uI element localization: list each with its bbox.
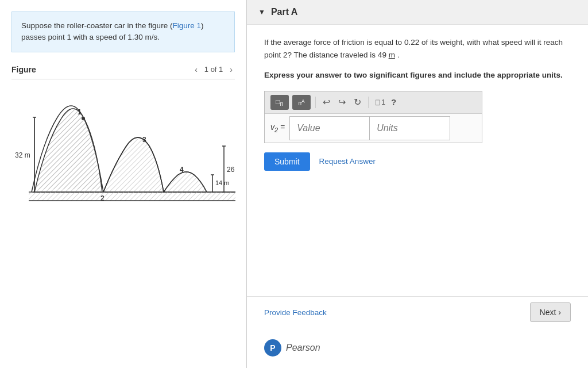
part-content: If the average force of friction is equa… <box>247 25 588 194</box>
keyboard-button[interactable]: ⎕ 1 <box>373 97 388 108</box>
pearson-logo-letter: P <box>270 343 275 352</box>
pearson-text: Pearson <box>286 343 320 353</box>
figure-next-button[interactable]: › <box>227 64 235 75</box>
provide-feedback-link[interactable]: Provide Feedback <box>264 308 327 317</box>
undo-icon: ↩ <box>323 97 330 108</box>
right-panel: ▼ Part A If the average force of frictio… <box>247 0 588 368</box>
toolbar-divider-1 <box>315 97 316 108</box>
bottom-bar: Provide Feedback Next › <box>247 296 588 328</box>
svg-rect-20 <box>29 192 235 201</box>
answer-container: □n nA ↩ ↪ ↻ ⎕ 1 <box>264 91 482 143</box>
figure-prev-button[interactable]: ‹ <box>192 64 200 75</box>
format-icon-2: nA <box>298 98 304 106</box>
format-icon-1: □n <box>276 98 283 107</box>
collapse-arrow-icon[interactable]: ▼ <box>258 8 265 16</box>
action-row: Submit Request Answer <box>264 152 571 171</box>
next-button[interactable]: Next › <box>530 302 571 322</box>
answer-toolbar: □n nA ↩ ↪ ↻ ⎕ 1 <box>265 91 482 114</box>
figure-nav: ‹ 1 of 1 › <box>192 64 235 75</box>
svg-text:14 m: 14 m <box>215 179 229 186</box>
problem-text-before: Suppose the roller-coaster car in the fi… <box>21 21 172 30</box>
pearson-logo: P <box>264 339 281 356</box>
equation-label: v2 = <box>270 122 285 133</box>
instruction-text: Express your answer to two significant f… <box>264 69 571 82</box>
spacer <box>247 194 588 296</box>
submit-button[interactable]: Submit <box>264 152 310 171</box>
value-input[interactable] <box>289 116 370 140</box>
refresh-button[interactable]: ↻ <box>351 95 363 109</box>
units-input[interactable] <box>370 116 450 140</box>
next-chevron-icon: › <box>558 308 561 317</box>
redo-icon: ↪ <box>338 97 346 108</box>
keyboard-icon: ⎕ 1 <box>376 98 385 106</box>
part-header: ▼ Part A <box>247 0 588 25</box>
figure-link[interactable]: Figure 1 <box>172 21 201 30</box>
format-btn-1[interactable]: □n <box>270 95 289 110</box>
figure-header: Figure ‹ 1 of 1 › <box>11 64 235 79</box>
toolbar-divider-2 <box>368 97 369 108</box>
help-button[interactable]: ? <box>391 97 396 107</box>
svg-text:26 m: 26 m <box>227 166 235 174</box>
roller-coaster-figure: 32 m 1 2 3 4 <box>11 94 235 209</box>
refresh-icon: ↻ <box>354 97 361 108</box>
help-icon: ? <box>391 97 396 107</box>
figure-title: Figure <box>11 65 36 74</box>
next-label: Next <box>540 308 556 317</box>
svg-text:32 m: 32 m <box>15 151 30 159</box>
figure-area: 32 m 1 2 3 4 <box>11 94 235 211</box>
request-answer-link[interactable]: Request Answer <box>319 157 376 166</box>
question-text: If the average force of friction is equa… <box>264 36 571 61</box>
left-panel: Suppose the roller-coaster car in the fi… <box>0 0 247 368</box>
undo-button[interactable]: ↩ <box>320 95 332 109</box>
figure-page-indicator: 1 of 1 <box>204 65 223 74</box>
pearson-area: P Pearson <box>247 328 588 368</box>
input-row: v2 = <box>265 114 482 143</box>
format-btn-2[interactable]: nA <box>292 95 311 110</box>
redo-button[interactable]: ↪ <box>336 95 348 109</box>
problem-box: Suppose the roller-coaster car in the fi… <box>11 12 235 52</box>
part-title: Part A <box>271 7 298 17</box>
